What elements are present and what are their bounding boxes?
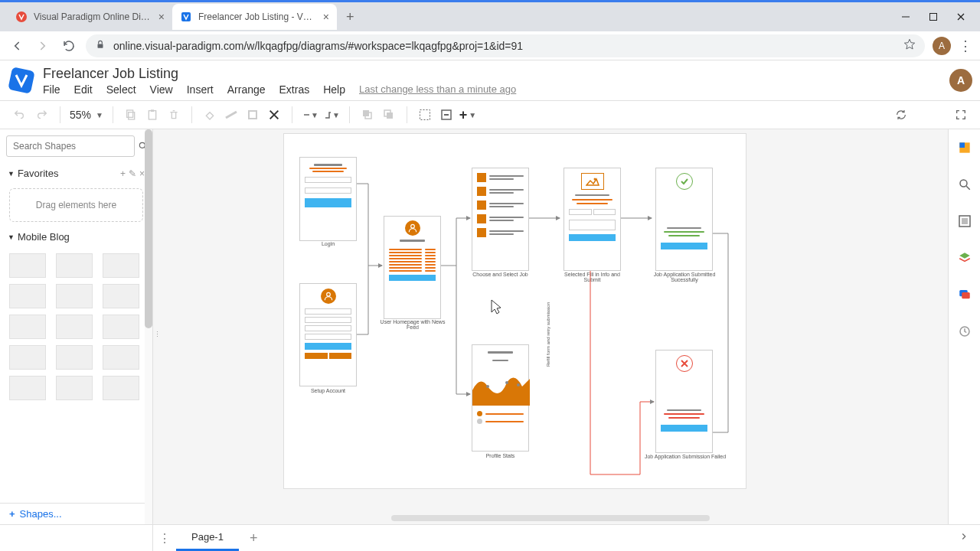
sidebar-splitter[interactable]: ⋮ bbox=[153, 327, 161, 342]
zoom-selector[interactable]: 55% ▼ bbox=[70, 109, 103, 121]
menu-arrange[interactable]: Arrange bbox=[227, 83, 266, 96]
new-tab-button[interactable]: + bbox=[337, 9, 364, 25]
style-icon[interactable] bbox=[266, 106, 283, 123]
svg-rect-32 bbox=[959, 142, 965, 148]
more-shapes-button[interactable]: + Shapes... bbox=[9, 508, 143, 520]
favorites-drop-zone[interactable]: Drag elements here bbox=[9, 188, 143, 222]
comments-icon[interactable] bbox=[956, 285, 974, 304]
shape-thumb[interactable] bbox=[9, 376, 46, 400]
sync-icon[interactable] bbox=[893, 106, 910, 123]
add-shape-icon[interactable]: +▼ bbox=[459, 106, 476, 123]
shadow-icon[interactable] bbox=[244, 106, 261, 123]
svg-rect-36 bbox=[962, 218, 968, 224]
mobile-blog-header[interactable]: ▼ Mobile Blog bbox=[0, 227, 152, 247]
grid-icon[interactable] bbox=[416, 106, 433, 123]
search-icon[interactable] bbox=[956, 175, 974, 194]
waypoint-icon[interactable]: ▼ bbox=[323, 106, 340, 123]
minimize-icon[interactable] bbox=[900, 11, 911, 22]
outline-icon[interactable] bbox=[956, 212, 974, 230]
address-bar[interactable]: online.visual-paradigm.com/w/lkqagfpg/di… bbox=[86, 34, 925, 57]
kebab-menu-icon[interactable]: ⋮ bbox=[959, 37, 972, 54]
shape-thumb[interactable] bbox=[56, 376, 93, 400]
shape-thumb[interactable] bbox=[103, 376, 139, 400]
delete-icon[interactable] bbox=[165, 106, 182, 123]
format-panel-icon[interactable] bbox=[956, 139, 974, 157]
sidebar-scrollbar[interactable] bbox=[145, 129, 152, 524]
menu-insert[interactable]: Insert bbox=[187, 83, 214, 96]
forward-button[interactable] bbox=[34, 37, 52, 55]
add-page-button[interactable]: + bbox=[239, 530, 269, 546]
shape-thumb[interactable] bbox=[103, 345, 139, 370]
browser-tab[interactable]: Freelancer Job Listing - VP Online × bbox=[172, 4, 337, 30]
edit-favorite-icon[interactable]: ✎ bbox=[129, 168, 136, 179]
shape-thumb[interactable] bbox=[103, 315, 139, 339]
wireframe-homepage[interactable] bbox=[384, 216, 441, 319]
close-favorite-icon[interactable]: × bbox=[139, 168, 145, 179]
wireframe-failed[interactable] bbox=[655, 350, 713, 453]
shape-thumb[interactable] bbox=[103, 284, 139, 308]
favorites-header[interactable]: ▼ Favorites + ✎ × bbox=[0, 163, 152, 184]
shape-thumb[interactable] bbox=[9, 345, 46, 370]
menu-select[interactable]: Select bbox=[106, 83, 136, 96]
menu-file[interactable]: File bbox=[43, 83, 60, 96]
fit-icon[interactable] bbox=[438, 106, 455, 123]
shape-thumb[interactable] bbox=[103, 253, 139, 278]
shape-thumb[interactable] bbox=[9, 315, 46, 339]
wireframe-login[interactable] bbox=[299, 157, 357, 241]
document-title[interactable]: Freelancer Job Listing bbox=[43, 66, 949, 82]
layers-icon[interactable] bbox=[956, 249, 974, 267]
shape-thumb[interactable] bbox=[9, 253, 46, 278]
svg-rect-9 bbox=[127, 110, 133, 117]
star-icon[interactable] bbox=[903, 38, 916, 53]
canvas-h-scrollbar[interactable] bbox=[391, 515, 709, 521]
copy-icon[interactable] bbox=[122, 106, 139, 123]
connector-icon[interactable]: ▼ bbox=[302, 106, 318, 123]
menu-extras[interactable]: Extras bbox=[279, 83, 310, 96]
menu-view[interactable]: View bbox=[150, 83, 173, 96]
shape-thumb[interactable] bbox=[56, 253, 93, 278]
page-tab-drag-icon[interactable]: ⋮ bbox=[153, 531, 176, 546]
page-tab[interactable]: Page-1 bbox=[176, 525, 239, 551]
search-shapes-input[interactable] bbox=[6, 135, 135, 157]
diagram-canvas[interactable]: ⋮ Login bbox=[153, 129, 948, 524]
wireframe-profile-stats[interactable] bbox=[472, 344, 529, 452]
shape-thumb[interactable] bbox=[56, 345, 93, 370]
wireframe-fill-submit[interactable] bbox=[564, 168, 621, 271]
browser-toolbar: online.visual-paradigm.com/w/lkqagfpg/di… bbox=[0, 31, 980, 60]
undo-icon[interactable] bbox=[11, 106, 28, 123]
line-color-icon[interactable] bbox=[223, 106, 240, 123]
browser-tab[interactable]: Visual Paradigm Online Diagrams × bbox=[8, 4, 172, 30]
fullscreen-icon[interactable] bbox=[952, 106, 969, 123]
close-icon[interactable]: × bbox=[158, 11, 165, 23]
reload-button[interactable] bbox=[60, 37, 78, 55]
redo-icon[interactable] bbox=[34, 106, 51, 123]
pages-menu-icon[interactable] bbox=[959, 531, 980, 545]
shape-thumb[interactable] bbox=[56, 284, 93, 308]
shape-thumb[interactable] bbox=[9, 284, 46, 308]
paste-icon[interactable] bbox=[144, 106, 161, 123]
maximize-icon[interactable] bbox=[928, 11, 939, 22]
menu-edit[interactable]: Edit bbox=[74, 83, 93, 96]
right-toolbar bbox=[948, 129, 980, 524]
wireframe-success[interactable] bbox=[655, 168, 713, 271]
app-logo-icon[interactable] bbox=[8, 67, 35, 94]
svg-point-25 bbox=[593, 178, 596, 181]
wireframe-label: Setup Account bbox=[299, 388, 357, 393]
menu-help[interactable]: Help bbox=[323, 83, 345, 96]
profile-avatar[interactable]: A bbox=[933, 37, 951, 55]
wireframe-label: User Homepage with News Feed bbox=[374, 319, 451, 330]
user-avatar[interactable]: A bbox=[949, 69, 972, 92]
shape-thumb[interactable] bbox=[56, 315, 93, 339]
last-change-link[interactable]: Last change less than a minute ago bbox=[359, 83, 516, 95]
back-button[interactable] bbox=[8, 37, 26, 55]
wireframe-select-job[interactable] bbox=[472, 168, 529, 271]
close-icon[interactable]: × bbox=[323, 11, 329, 23]
fill-color-icon[interactable] bbox=[201, 106, 218, 123]
wireframe-setup-account[interactable] bbox=[299, 283, 357, 386]
scroll-thumb[interactable] bbox=[145, 129, 152, 328]
close-window-icon[interactable] bbox=[956, 11, 966, 22]
add-favorite-icon[interactable]: + bbox=[120, 168, 126, 179]
to-front-icon[interactable] bbox=[359, 106, 376, 123]
to-back-icon[interactable] bbox=[381, 106, 397, 123]
history-icon[interactable] bbox=[956, 322, 974, 341]
